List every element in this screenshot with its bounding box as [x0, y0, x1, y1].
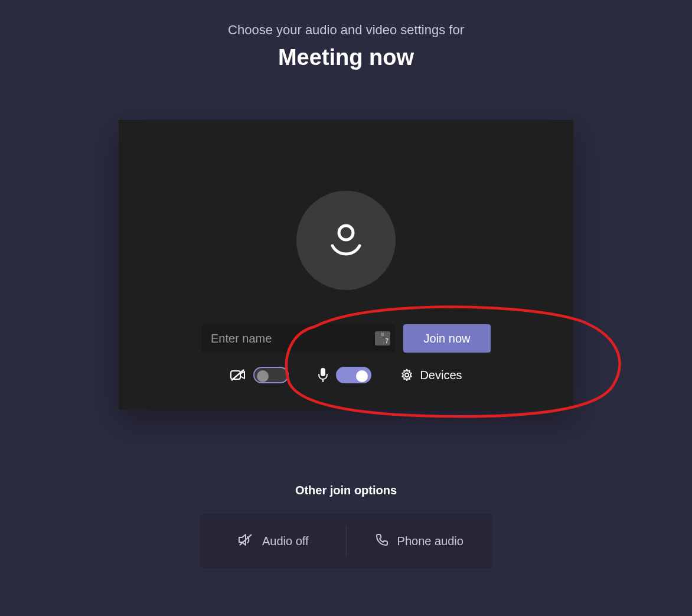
- mic-toggle-group: [317, 367, 371, 383]
- audio-off-label: Audio off: [262, 534, 309, 548]
- name-input-wrapper: ⠿ 7: [201, 324, 395, 353]
- camera-toggle-group: [230, 367, 289, 383]
- other-options-bar: Audio off Phone audio: [200, 514, 492, 568]
- device-toggles-row: Devices: [230, 367, 462, 383]
- audio-off-button[interactable]: Audio off: [200, 514, 346, 568]
- svg-rect-1: [231, 371, 240, 379]
- other-options-heading: Other join options: [295, 484, 397, 497]
- phone-audio-label: Phone audio: [397, 534, 463, 548]
- microphone-toggle[interactable]: [336, 367, 371, 383]
- ime-keyboard-icon[interactable]: ⠿ 7: [375, 331, 390, 346]
- avatar-placeholder: [296, 191, 396, 290]
- gear-icon: [400, 368, 414, 382]
- speaker-off-icon: [237, 533, 254, 550]
- red-freehand-annotation: [279, 303, 634, 421]
- person-icon: [325, 220, 367, 261]
- subtitle-text: Choose your audio and video settings for: [228, 22, 464, 38]
- microphone-icon: [317, 367, 329, 383]
- meeting-title: Meeting now: [278, 45, 414, 70]
- svg-point-0: [339, 226, 353, 240]
- pre-join-screen: Choose your audio and video settings for…: [0, 0, 692, 568]
- phone-icon: [375, 533, 389, 550]
- join-now-button[interactable]: Join now: [403, 324, 491, 353]
- phone-audio-button[interactable]: Phone audio: [347, 514, 492, 568]
- name-join-row: ⠿ 7 Join now: [201, 324, 491, 353]
- svg-rect-3: [321, 368, 325, 376]
- name-input[interactable]: [201, 324, 395, 353]
- devices-button[interactable]: Devices: [400, 368, 462, 382]
- camera-toggle[interactable]: [253, 367, 289, 383]
- devices-label: Devices: [420, 369, 462, 382]
- svg-point-5: [405, 373, 409, 377]
- camera-off-icon: [230, 369, 246, 382]
- video-preview-card: ⠿ 7 Join now: [119, 120, 573, 409]
